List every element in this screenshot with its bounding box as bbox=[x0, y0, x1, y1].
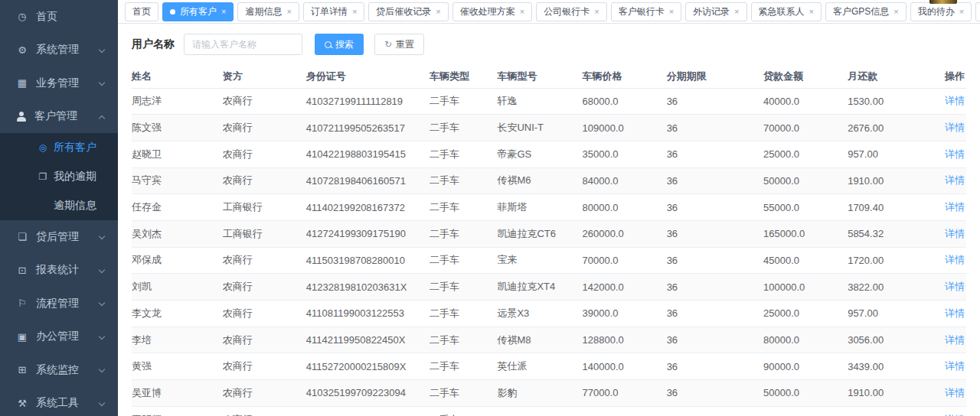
sidebar-item-system-tools[interactable]: ⚒系统工具 bbox=[0, 387, 118, 416]
table-cell: 100000.0 bbox=[763, 274, 848, 301]
detail-link[interactable]: 详情 bbox=[945, 228, 965, 239]
table-cell bbox=[848, 406, 931, 416]
detail-link[interactable]: 详情 bbox=[945, 414, 965, 416]
gear-icon: ⚙ bbox=[16, 44, 28, 56]
tab[interactable]: 所有客户× bbox=[162, 2, 234, 21]
sidebar-item-post-loan-mgmt[interactable]: ❏贷后管理 bbox=[0, 220, 118, 254]
tab[interactable]: 客户银行卡× bbox=[611, 2, 681, 21]
close-icon[interactable]: × bbox=[286, 8, 291, 16]
column-header: 贷款金额 bbox=[763, 66, 848, 88]
detail-link[interactable]: 详情 bbox=[945, 281, 965, 292]
sidebar-item-label: 系统工具 bbox=[36, 396, 79, 410]
tab[interactable]: 催收处理方案× bbox=[452, 2, 532, 21]
chevron-down-icon bbox=[99, 233, 105, 239]
table-cell: 410325199709223094 bbox=[306, 380, 430, 407]
tab[interactable]: 客户GPS信息× bbox=[825, 2, 906, 21]
close-icon[interactable]: × bbox=[594, 8, 599, 16]
table-cell: 黄强 bbox=[132, 353, 223, 380]
detail-link[interactable]: 详情 bbox=[945, 254, 965, 265]
column-header: 车辆价格 bbox=[583, 66, 667, 88]
tab[interactable]: 外访记录× bbox=[685, 2, 746, 21]
table-cell: 410422198803195415 bbox=[306, 141, 430, 167]
column-header: 车辆类型 bbox=[430, 66, 497, 88]
column-header: 分期期限 bbox=[667, 66, 763, 88]
close-icon[interactable]: × bbox=[520, 8, 524, 16]
close-icon[interactable]: × bbox=[809, 8, 814, 16]
column-header: 月还款 bbox=[848, 66, 931, 88]
table-body: 周志洋农商行410327199111112819二手车轩逸68000.03640… bbox=[132, 88, 966, 416]
table-cell: 41232819810203631X bbox=[306, 274, 430, 301]
tab[interactable]: 我的待办× bbox=[910, 2, 972, 21]
table-cell: 赵晓卫 bbox=[132, 141, 223, 167]
detail-link[interactable]: 详情 bbox=[945, 387, 965, 398]
tab[interactable]: 紧急联系人× bbox=[751, 2, 822, 21]
table-cell-actions: 详情 bbox=[931, 353, 966, 380]
reset-button[interactable]: ↻ 重置 bbox=[374, 34, 424, 55]
sidebar-item-my-overdue[interactable]: ❐我的逾期 bbox=[0, 162, 118, 191]
detail-link[interactable]: 详情 bbox=[945, 201, 965, 213]
table-cell-actions: 详情 bbox=[931, 301, 966, 327]
tab-label: 贷后催收记录 bbox=[376, 5, 431, 18]
sidebar-item-label: 系统监控 bbox=[36, 363, 79, 377]
detail-link[interactable]: 详情 bbox=[945, 174, 965, 186]
table-cell: 二手车 bbox=[430, 247, 497, 274]
sidebar-item-home[interactable]: ◷首页 bbox=[0, 0, 118, 34]
table-cell: 70000.0 bbox=[763, 115, 848, 141]
tab[interactable]: 逾期信息× bbox=[237, 2, 299, 21]
tab[interactable]: 公司银行卡× bbox=[536, 2, 606, 21]
table-cell: 41142119950822450X bbox=[306, 327, 430, 353]
table-cell: 36 bbox=[667, 380, 763, 407]
table-cell: 140000.0 bbox=[583, 353, 667, 380]
tab[interactable]: 订单详情× bbox=[303, 2, 364, 21]
table-cell: 1720.00 bbox=[848, 247, 931, 274]
close-icon[interactable]: × bbox=[959, 8, 964, 16]
sidebar-item-business-mgmt[interactable]: ▦业务管理 bbox=[0, 67, 118, 100]
detail-link[interactable]: 详情 bbox=[945, 334, 965, 346]
detail-link[interactable]: 详情 bbox=[945, 307, 965, 319]
app-window: ◷首页⚙系统管理▦业务管理客户管理◎所有客户❐我的逾期逾期信息❏贷后管理⊡报表统… bbox=[0, 0, 980, 416]
table-cell: 36 bbox=[667, 327, 763, 353]
sidebar-item-overdue-info[interactable]: 逾期信息 bbox=[0, 191, 118, 220]
search-button[interactable]: 搜索 bbox=[315, 34, 364, 55]
close-icon[interactable]: × bbox=[221, 8, 226, 16]
tab[interactable]: 贷后催收记录× bbox=[368, 2, 448, 21]
close-icon[interactable]: × bbox=[669, 8, 674, 16]
detail-link[interactable]: 详情 bbox=[945, 148, 965, 160]
tab[interactable]: 首页 bbox=[125, 2, 158, 21]
table-cell: 41152720000215809X bbox=[306, 353, 430, 380]
tab[interactable]: 我的流程× bbox=[975, 2, 980, 21]
close-icon[interactable]: × bbox=[436, 8, 440, 16]
table-cell: 工商银行 bbox=[223, 194, 306, 221]
sidebar-item-process-mgmt[interactable]: ⚐流程管理 bbox=[0, 287, 118, 320]
customer-table: 姓名资方身份证号车辆类型车辆型号车辆价格分期期限贷款金额月还款操作 周志洋农商行… bbox=[132, 66, 966, 416]
table-cell: 3056.00 bbox=[848, 327, 931, 353]
sidebar-item-report-stats[interactable]: ⊡报表统计 bbox=[0, 254, 118, 288]
sidebar-item-system-mgmt[interactable]: ⚙系统管理 bbox=[0, 34, 118, 67]
table-cell: 90000.0 bbox=[763, 353, 848, 380]
table-cell: 1910.00 bbox=[848, 167, 931, 194]
customer-name-input[interactable] bbox=[184, 34, 302, 55]
table-cell: 411081199003122553 bbox=[306, 301, 430, 327]
table-cell-actions: 详情 bbox=[931, 141, 966, 167]
detail-link[interactable]: 详情 bbox=[945, 95, 965, 106]
sidebar-item-system-monitor[interactable]: ⊞系统监控 bbox=[0, 353, 118, 387]
sidebar-item-office-mgmt[interactable]: ▣办公管理 bbox=[0, 320, 118, 354]
close-icon[interactable]: × bbox=[893, 8, 898, 16]
sidebar-item-all-customers[interactable]: ◎所有客户 bbox=[0, 133, 118, 162]
close-icon[interactable]: × bbox=[734, 8, 739, 16]
detail-link[interactable]: 详情 bbox=[945, 122, 965, 133]
chevron-down-icon bbox=[99, 333, 105, 339]
sidebar-item-label: 系统管理 bbox=[36, 43, 79, 57]
column-header: 车辆型号 bbox=[497, 66, 582, 88]
table-cell: 25000.0 bbox=[763, 301, 848, 327]
table-cell: 农商行 bbox=[223, 380, 306, 407]
tab-label: 所有客户 bbox=[180, 5, 217, 18]
table-cell: 二手车 bbox=[430, 167, 497, 194]
sidebar-item-customer-mgmt[interactable]: 客户管理 bbox=[0, 100, 118, 134]
detail-link[interactable]: 详情 bbox=[945, 360, 965, 372]
table-cell: 农商行 bbox=[223, 115, 306, 141]
table-cell: 36 bbox=[667, 274, 763, 301]
table-cell: 影豹 bbox=[497, 380, 582, 407]
close-icon[interactable]: × bbox=[352, 8, 357, 16]
sidebar-item-label: 贷后管理 bbox=[36, 230, 79, 244]
